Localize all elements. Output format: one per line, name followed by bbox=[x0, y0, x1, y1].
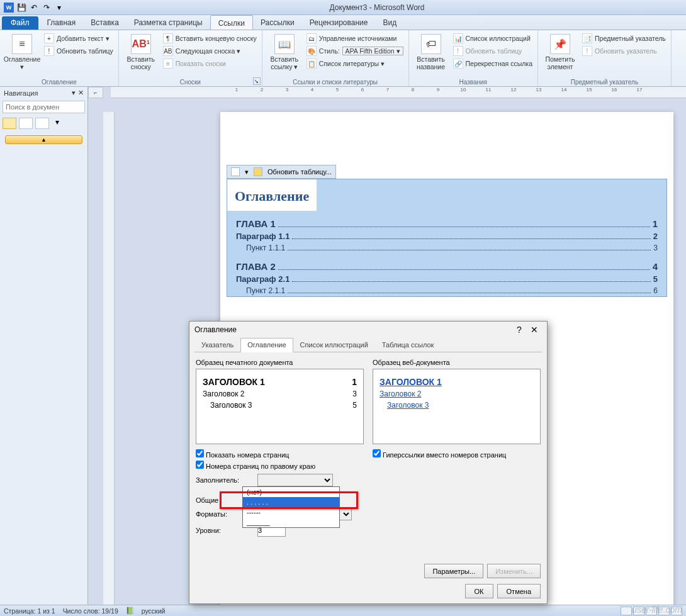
group-label: Оглавление bbox=[0, 79, 118, 86]
status-language[interactable]: русский bbox=[142, 607, 166, 615]
toc-entry[interactable]: ГЛАВА 11 bbox=[227, 217, 666, 230]
dialog-launcher-icon[interactable]: ↘ bbox=[253, 77, 261, 85]
toc-update-icon[interactable] bbox=[254, 167, 262, 176]
toc-select-icon[interactable] bbox=[231, 167, 240, 176]
show-notes-button[interactable]: ≡Показать сноски bbox=[162, 58, 258, 69]
nav-close-icon[interactable]: ✕ bbox=[78, 89, 84, 97]
view-print-icon[interactable] bbox=[621, 607, 632, 615]
insert-caption-button[interactable]: 🏷Вставить название bbox=[413, 31, 449, 86]
file-tab[interactable]: Файл bbox=[2, 16, 38, 30]
view-web-icon[interactable] bbox=[646, 607, 657, 615]
nav-search bbox=[3, 101, 85, 113]
add-text-button[interactable]: +Добавить текст ▾ bbox=[43, 33, 115, 44]
view-draft-icon[interactable] bbox=[671, 607, 682, 615]
chk-hyperlinks[interactable]: Гиперссылки вместо номеров страниц bbox=[373, 449, 541, 459]
nav-dropdown-icon[interactable]: ▾ bbox=[72, 89, 76, 97]
modify-button[interactable]: Изменить... bbox=[487, 564, 541, 578]
nav-tab-pages[interactable] bbox=[19, 118, 33, 129]
next-icon: AB bbox=[163, 46, 173, 56]
ribbon: ≡Оглавление▾ +Добавить текст ▾ !Обновить… bbox=[0, 30, 686, 87]
mark-entry-button[interactable]: 📌Пометить элемент bbox=[542, 31, 578, 86]
toc-entry[interactable]: Пункт 2.1.16 bbox=[227, 285, 666, 296]
fill-dropdown-list[interactable]: (нет). . . . . .------______ bbox=[242, 486, 340, 528]
view-outline-icon[interactable] bbox=[658, 607, 670, 615]
redo-icon[interactable]: ↷ bbox=[42, 3, 52, 13]
dialog-titlebar[interactable]: Оглавление ? ✕ bbox=[189, 322, 547, 338]
toc-update-label[interactable]: Обновить таблицу... bbox=[267, 168, 332, 176]
style-value[interactable]: APA Fifth Edition ▾ bbox=[342, 47, 403, 55]
manage-sources-button[interactable]: 🗂Управление источниками bbox=[305, 33, 405, 44]
ribbon-group-captions: 🏷Вставить название 📊Список иллюстраций !… bbox=[409, 30, 538, 86]
insert-index-button[interactable]: 📑Предметный указатель bbox=[581, 33, 667, 44]
status-page[interactable]: Страница: 1 из 1 bbox=[4, 607, 55, 615]
insert-footnote-button[interactable]: AB¹Вставить сноску bbox=[123, 31, 159, 86]
nav-collapse-button[interactable]: ▲ bbox=[5, 135, 82, 144]
chk-show-pages[interactable]: Показать номера страниц bbox=[196, 449, 364, 459]
insert-caption-label: Вставить название bbox=[413, 55, 449, 70]
web-preview-label: Образец веб-документа bbox=[373, 359, 541, 366]
table-figures-label: Список иллюстраций bbox=[466, 35, 531, 42]
params-button[interactable]: Параметры... bbox=[424, 564, 483, 578]
tab-mailings[interactable]: Рассылки bbox=[253, 15, 302, 30]
footnote-icon: AB¹ bbox=[131, 34, 151, 54]
dtab-index[interactable]: Указатель bbox=[194, 338, 240, 352]
chk-right-align[interactable]: Номера страниц по правому краю bbox=[196, 461, 364, 470]
tab-view[interactable]: Вид bbox=[375, 15, 404, 30]
update-index-button[interactable]: !Обновить указатель bbox=[581, 45, 667, 57]
proofing-icon[interactable]: 📗 bbox=[126, 607, 134, 615]
close-icon[interactable]: ✕ bbox=[527, 325, 542, 335]
ok-button[interactable]: ОК bbox=[465, 584, 493, 598]
nav-tab-results[interactable] bbox=[35, 118, 49, 129]
cancel-button[interactable]: Отмена bbox=[497, 584, 541, 598]
qat-more-icon[interactable]: ▾ bbox=[54, 3, 64, 13]
print-preview[interactable]: ЗАГОЛОВОК 11Заголовок 23Заголовок 35 bbox=[196, 369, 364, 444]
tab-review[interactable]: Рецензирование bbox=[302, 15, 376, 30]
bibliography-button[interactable]: 📋Список литературы ▾ bbox=[305, 58, 405, 69]
group-label: Ссылки и списки литературы bbox=[262, 79, 408, 86]
dtab-toc[interactable]: Оглавление bbox=[240, 338, 293, 352]
fill-select[interactable] bbox=[257, 474, 333, 486]
toc-entry[interactable]: Пункт 1.1.13 bbox=[227, 242, 666, 254]
update-table-button[interactable]: !Обновить таблицу bbox=[43, 45, 115, 57]
undo-icon[interactable]: ↶ bbox=[29, 3, 39, 13]
search-input[interactable] bbox=[3, 101, 85, 113]
next-footnote-button[interactable]: ABСледующая сноска ▾ bbox=[162, 45, 258, 57]
caption-icon: 🏷 bbox=[421, 34, 441, 54]
toc-heading: Оглавление bbox=[227, 179, 317, 211]
vertical-ruler[interactable] bbox=[103, 112, 115, 605]
status-words[interactable]: Число слов: 19/19 bbox=[63, 607, 118, 615]
toc-entry[interactable]: ГЛАВА 24 bbox=[227, 260, 666, 273]
citation-style-button[interactable]: 🎨Стиль: APA Fifth Edition ▾ bbox=[305, 45, 405, 57]
toc-entry[interactable]: Параграф 2.15 bbox=[227, 273, 666, 285]
dtab-authorities[interactable]: Таблица ссылок bbox=[375, 338, 441, 352]
fill-option[interactable]: (нет) bbox=[243, 487, 339, 497]
insert-endnote-label: Вставить концевую сноску bbox=[176, 35, 257, 42]
tab-home[interactable]: Главная bbox=[40, 15, 84, 30]
dtab-figures[interactable]: Список иллюстраций bbox=[293, 338, 375, 352]
web-preview[interactable]: ЗАГОЛОВОК 1Заголовок 2Заголовок 3 bbox=[373, 369, 541, 444]
insert-citation-button[interactable]: 📖Вставить ссылку ▾ bbox=[266, 31, 303, 86]
crossref-icon: 🔗 bbox=[453, 59, 463, 69]
nav-more-icon[interactable]: ▾ bbox=[55, 118, 59, 129]
toc-dialog: Оглавление ? ✕ Указатель Оглавление Спис… bbox=[189, 321, 548, 604]
nav-tab-headings[interactable] bbox=[3, 118, 16, 129]
insert-endnote-button[interactable]: ¶Вставить концевую сноску bbox=[162, 33, 258, 44]
help-icon[interactable]: ? bbox=[512, 325, 527, 335]
tab-pagelayout[interactable]: Разметка страницы bbox=[127, 15, 210, 30]
horizontal-ruler[interactable]: 1234567891011121314151617 bbox=[111, 87, 686, 98]
view-read-icon[interactable] bbox=[633, 607, 644, 615]
fill-option[interactable]: ______ bbox=[243, 517, 339, 527]
save-icon[interactable]: 💾 bbox=[16, 3, 26, 13]
ruler-toggle[interactable]: ⌐ bbox=[88, 87, 103, 98]
tab-references[interactable]: Ссылки bbox=[210, 15, 253, 30]
table-figures-button[interactable]: 📊Список иллюстраций bbox=[452, 33, 534, 44]
update-table2-button[interactable]: !Обновить таблицу bbox=[452, 45, 534, 57]
fill-option[interactable]: ------ bbox=[243, 507, 339, 517]
crossref-button[interactable]: 🔗Перекрестная ссылка bbox=[452, 58, 534, 69]
toc-selection[interactable]: Оглавление ГЛАВА 11Параграф 1.12Пункт 1.… bbox=[227, 179, 667, 297]
toc-entry[interactable]: Параграф 1.12 bbox=[227, 230, 666, 242]
toc-dropdown-icon[interactable]: ▾ bbox=[245, 168, 249, 176]
toc-button[interactable]: ≡Оглавление▾ bbox=[4, 31, 40, 86]
fill-option[interactable]: . . . . . . bbox=[243, 497, 339, 507]
tab-insert[interactable]: Вставка bbox=[83, 15, 127, 30]
